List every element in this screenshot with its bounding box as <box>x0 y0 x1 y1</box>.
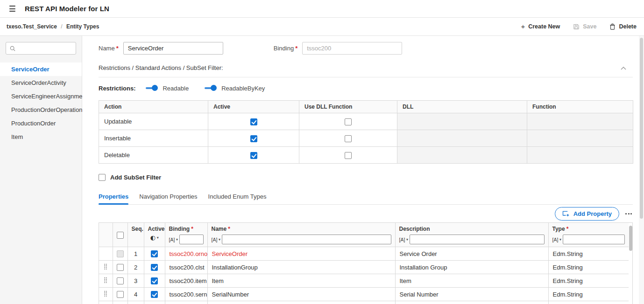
page-scrollbar[interactable] <box>639 36 644 304</box>
sidebar-item-serviceorderactivity[interactable]: ServiceOrderActivity <box>0 76 82 90</box>
properties-toolbar: Add Property <box>99 207 633 221</box>
name-cell: InstallationGroup <box>207 261 395 274</box>
insertable-use-dll-checkbox[interactable] <box>345 135 352 142</box>
deletable-active-checkbox[interactable] <box>250 152 257 159</box>
binding-input[interactable] <box>302 42 402 55</box>
readablebykey-toggle-group: ReadableByKey <box>205 85 265 92</box>
description-filter-input[interactable] <box>410 235 545 244</box>
required-marker: * <box>566 226 569 232</box>
drag-handle-icon[interactable] <box>104 290 107 297</box>
readable-toggle[interactable] <box>146 85 158 91</box>
tab-navigation-properties[interactable]: Navigation Properties <box>139 193 197 204</box>
filter-type-dropdown[interactable]: [A] <box>169 237 175 242</box>
breadcrumb-current: Entity Types <box>66 23 99 30</box>
column-binding: Binding* <box>169 226 204 232</box>
filter-type-dropdown[interactable]: [A] <box>212 237 218 242</box>
breadcrumb-bar: txeso.Test_Service / Entity Types + Crea… <box>0 18 644 36</box>
row-checkbox[interactable] <box>117 277 124 284</box>
description-cell: Installation Group <box>395 261 548 274</box>
caret-down-icon: ▾ <box>406 238 408 242</box>
required-marker: * <box>191 226 193 232</box>
page-scrollbar-thumb[interactable] <box>640 38 643 219</box>
deletable-use-dll-checkbox[interactable] <box>345 152 352 159</box>
row-checkbox[interactable] <box>117 264 124 271</box>
filter-type-dropdown[interactable]: [A] <box>399 237 405 242</box>
table-scrollbar[interactable] <box>629 223 632 304</box>
menu-icon[interactable] <box>9 6 17 12</box>
sidebar-item-productionorderoperation[interactable]: ProductionOrderOperation <box>0 103 82 117</box>
select-all-checkbox[interactable] <box>117 232 124 239</box>
collapse-section-button[interactable] <box>614 64 633 71</box>
updatable-use-dll-checkbox[interactable] <box>345 118 352 125</box>
filter-type-dropdown[interactable]: [A] <box>552 237 559 242</box>
active-checkbox[interactable] <box>151 277 158 284</box>
save-button[interactable]: Save <box>573 23 596 30</box>
more-options-button[interactable] <box>624 211 633 216</box>
row-checkbox[interactable] <box>117 291 124 298</box>
type-cell: Edm.String <box>548 261 629 274</box>
name-cell: ServiceOrder <box>207 247 395 261</box>
name-filter-input[interactable] <box>222 235 391 244</box>
active-checkbox[interactable] <box>151 264 158 271</box>
add-property-label: Add Property <box>573 210 612 217</box>
tab-properties[interactable]: Properties <box>99 193 128 204</box>
description-cell: Serial Number <box>395 288 548 301</box>
section-divider <box>99 77 633 77</box>
properties-table-wrap: Seq. Active ◐ ▾ Binding* <box>99 222 633 304</box>
create-new-button[interactable]: + Create New <box>521 23 560 30</box>
readablebykey-toggle[interactable] <box>205 85 217 91</box>
column-description: Description <box>399 226 545 232</box>
updatable-dll-cell <box>397 113 527 130</box>
binding-filter-input[interactable] <box>179 235 204 244</box>
name-input[interactable] <box>123 42 223 55</box>
updatable-active-checkbox[interactable] <box>250 118 257 125</box>
type-cell: Edm.String <box>548 247 629 261</box>
drag-handle-icon[interactable] <box>104 277 107 283</box>
entity-list: ServiceOrder ServiceOrderActivity Servic… <box>0 62 82 144</box>
property-row: 2 tssoc200.clst InstallationGroup Instal… <box>99 261 629 274</box>
name-field: Name* <box>99 42 223 55</box>
trash-icon <box>609 23 616 30</box>
drag-handle-icon[interactable] <box>104 263 107 270</box>
type-cell: Edm.String <box>548 301 629 304</box>
restrictions-label: Restrictions: <box>99 85 135 92</box>
description-cell: Item <box>395 274 548 288</box>
table-scrollbar-thumb[interactable] <box>629 226 632 251</box>
save-icon <box>573 23 580 30</box>
plus-icon: + <box>521 24 525 29</box>
type-filter-input[interactable] <box>563 235 625 244</box>
column-active: Active <box>208 101 299 113</box>
sidebar-item-productionorder[interactable]: ProductionOrder <box>0 117 82 130</box>
add-subset-filter-checkbox[interactable] <box>99 174 106 181</box>
action-row-updatable: Updatable <box>99 113 633 130</box>
property-row: 1 tssoc200.orno ServiceOrder Service Ord… <box>99 247 629 261</box>
insertable-active-checkbox[interactable] <box>250 135 257 142</box>
create-new-label: Create New <box>528 23 560 30</box>
add-property-button[interactable]: Add Property <box>555 207 619 221</box>
delete-button[interactable]: Delete <box>609 23 637 30</box>
property-row: 5 tssoc200.lcad LocationAddress Location… <box>99 301 629 304</box>
drag-column-header <box>99 223 113 247</box>
main-content: Name* Binding* Restrictions / Standard A… <box>82 36 644 304</box>
breadcrumb-service[interactable]: txeso.Test_Service <box>7 23 57 30</box>
type-cell: Edm.String <box>548 288 629 301</box>
properties-table: Seq. Active ◐ ▾ Binding* <box>99 223 629 304</box>
section-title: Restrictions / Standard Actions / SubSet… <box>99 64 223 71</box>
deletable-dll-cell <box>397 147 527 164</box>
active-checkbox[interactable] <box>151 291 158 298</box>
sidebar-item-serviceorder[interactable]: ServiceOrder <box>0 62 82 76</box>
column-function: Function <box>527 101 633 113</box>
action-name: Updatable <box>99 113 208 130</box>
active-filter-dropdown[interactable]: ◐ ▾ <box>148 235 161 241</box>
search-input[interactable] <box>19 45 72 52</box>
active-checkbox[interactable] <box>151 250 158 257</box>
binding-cell: tssoc200.item <box>165 274 207 288</box>
tab-included-enum-types[interactable]: Included Enum Types <box>208 193 267 204</box>
readablebykey-toggle-label: ReadableByKey <box>221 85 265 92</box>
sidebar-item-serviceengineerassignment[interactable]: ServiceEngineerAssignment <box>0 90 82 103</box>
binding-field: Binding* <box>274 42 402 55</box>
drag-cell <box>99 247 113 261</box>
sidebar-item-item[interactable]: Item <box>0 130 82 144</box>
action-row-insertable: Insertable <box>99 130 633 147</box>
restrictions-section-header: Restrictions / Standard Actions / SubSet… <box>99 64 633 71</box>
